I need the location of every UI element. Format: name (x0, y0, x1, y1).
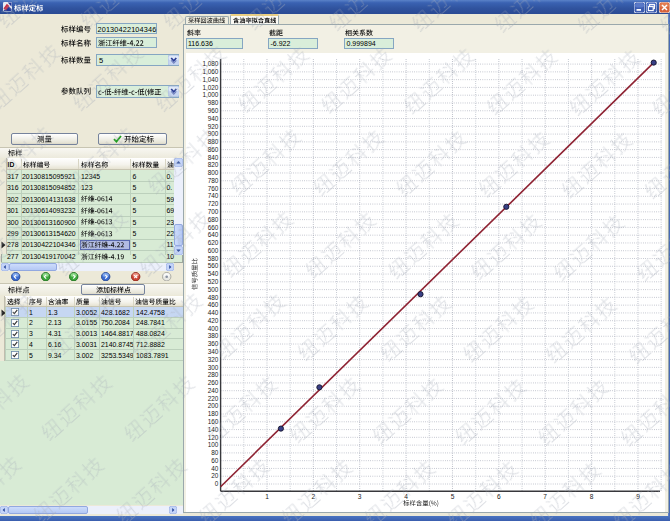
svg-text:40: 40 (211, 465, 219, 472)
svg-text:580: 580 (208, 255, 219, 262)
svg-text:160: 160 (208, 418, 219, 425)
svg-text:800: 800 (208, 169, 219, 176)
svg-text:820: 820 (208, 161, 219, 168)
svg-text:120: 120 (208, 434, 219, 441)
svg-text:420: 420 (208, 317, 219, 324)
svg-text:200: 200 (208, 402, 219, 409)
svg-text:680: 680 (208, 216, 219, 223)
svg-text:920: 920 (208, 123, 219, 130)
svg-text:1,000: 1,000 (202, 91, 218, 98)
svg-text:2: 2 (311, 493, 315, 500)
svg-text:480: 480 (208, 294, 219, 301)
svg-text:7: 7 (543, 493, 547, 500)
svg-text:460: 460 (208, 301, 219, 308)
svg-text:280: 280 (208, 371, 219, 378)
svg-text:3: 3 (358, 493, 362, 500)
svg-text:6: 6 (497, 493, 501, 500)
svg-text:5: 5 (451, 493, 455, 500)
svg-text:620: 620 (208, 239, 219, 246)
svg-text:560: 560 (208, 262, 219, 269)
svg-text:600: 600 (208, 247, 219, 254)
svg-text:4: 4 (404, 493, 408, 500)
svg-text:900: 900 (208, 130, 219, 137)
svg-text:720: 720 (208, 200, 219, 207)
svg-text:1,040: 1,040 (202, 76, 218, 83)
svg-text:9: 9 (636, 493, 640, 500)
svg-text:220: 220 (208, 395, 219, 402)
svg-text:980: 980 (208, 99, 219, 106)
svg-text:140: 140 (208, 426, 219, 433)
svg-text:840: 840 (208, 154, 219, 161)
svg-text:300: 300 (208, 364, 219, 371)
svg-text:640: 640 (208, 231, 219, 238)
svg-text:340: 340 (208, 348, 219, 355)
svg-text:860: 860 (208, 146, 219, 153)
svg-text:20: 20 (211, 472, 219, 479)
svg-text:60: 60 (211, 457, 219, 464)
svg-text:80: 80 (211, 449, 219, 456)
svg-text:380: 380 (208, 332, 219, 339)
svg-text:8: 8 (590, 493, 594, 500)
svg-text:1,060: 1,060 (202, 68, 218, 75)
svg-text:320: 320 (208, 356, 219, 363)
svg-text:700: 700 (208, 208, 219, 215)
svg-text:740: 740 (208, 192, 219, 199)
svg-text:0: 0 (215, 480, 219, 487)
svg-text:940: 940 (208, 115, 219, 122)
svg-text:400: 400 (208, 325, 219, 332)
svg-text:100: 100 (208, 441, 219, 448)
svg-text:520: 520 (208, 278, 219, 285)
svg-text:500: 500 (208, 286, 219, 293)
svg-text:1,080: 1,080 (202, 60, 218, 67)
svg-text:240: 240 (208, 387, 219, 394)
svg-text:880: 880 (208, 138, 219, 145)
svg-text:760: 760 (208, 185, 219, 192)
svg-text:660: 660 (208, 224, 219, 231)
svg-text:180: 180 (208, 410, 219, 417)
svg-text:780: 780 (208, 177, 219, 184)
svg-text:360: 360 (208, 340, 219, 347)
svg-text:540: 540 (208, 270, 219, 277)
svg-text:960: 960 (208, 107, 219, 114)
svg-text:260: 260 (208, 379, 219, 386)
svg-text:1: 1 (265, 493, 269, 500)
svg-text:440: 440 (208, 309, 219, 316)
svg-text:1,020: 1,020 (202, 84, 218, 91)
